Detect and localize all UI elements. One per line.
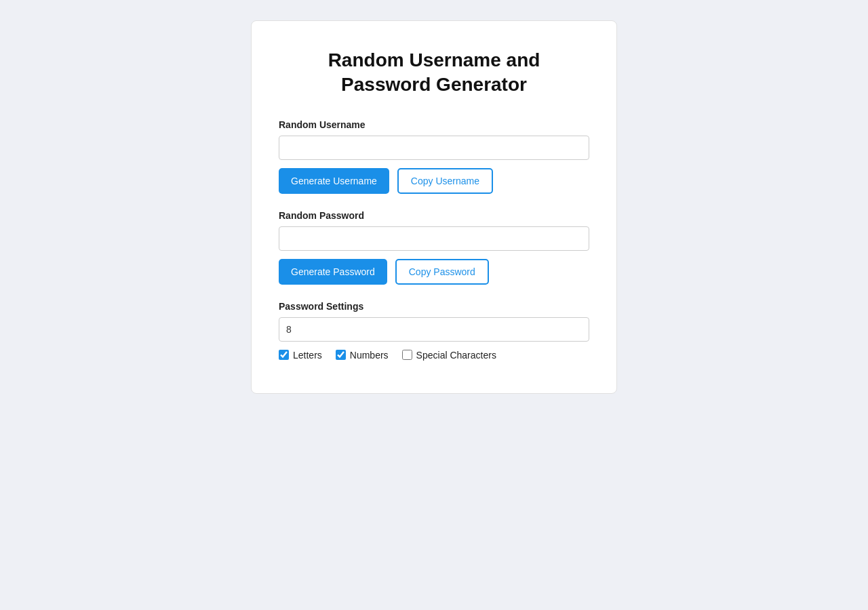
- letters-checkbox-label[interactable]: Letters: [279, 350, 322, 361]
- username-input[interactable]: [279, 136, 589, 160]
- username-btn-row: Generate Username Copy Username: [279, 168, 589, 194]
- generate-username-button[interactable]: Generate Username: [279, 168, 389, 194]
- settings-label: Password Settings: [279, 301, 589, 312]
- username-section: Random Username Generate Username Copy U…: [279, 119, 589, 194]
- copy-username-button[interactable]: Copy Username: [397, 168, 493, 194]
- checkbox-row: Letters Numbers Special Characters: [279, 350, 589, 361]
- password-label: Random Password: [279, 210, 589, 221]
- username-label: Random Username: [279, 119, 589, 130]
- numbers-checkbox[interactable]: [336, 350, 346, 360]
- password-section: Random Password Generate Password Copy P…: [279, 210, 589, 285]
- main-card: Random Username andPassword Generator Ra…: [251, 20, 617, 394]
- password-btn-row: Generate Password Copy Password: [279, 259, 589, 285]
- letters-label: Letters: [293, 350, 322, 361]
- special-chars-checkbox-label[interactable]: Special Characters: [402, 350, 496, 361]
- password-input[interactable]: [279, 226, 589, 251]
- copy-password-button[interactable]: Copy Password: [395, 259, 489, 285]
- page-title: Random Username andPassword Generator: [279, 48, 589, 98]
- settings-section: Password Settings Letters Numbers Specia…: [279, 301, 589, 361]
- special-chars-checkbox[interactable]: [402, 350, 412, 360]
- letters-checkbox[interactable]: [279, 350, 289, 360]
- numbers-label: Numbers: [350, 350, 389, 361]
- numbers-checkbox-label[interactable]: Numbers: [336, 350, 389, 361]
- password-length-input[interactable]: [279, 317, 589, 342]
- generate-password-button[interactable]: Generate Password: [279, 259, 387, 285]
- special-chars-label: Special Characters: [416, 350, 496, 361]
